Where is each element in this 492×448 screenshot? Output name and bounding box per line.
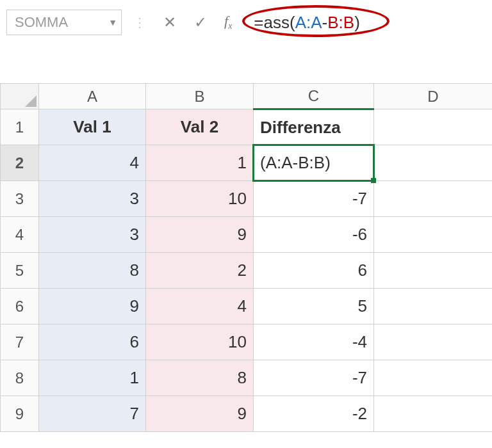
cell[interactable] [374, 181, 493, 217]
cell[interactable]: 3 [39, 181, 146, 217]
fx-icon[interactable]: fx [219, 13, 237, 31]
name-box-value: SOMMA [15, 14, 68, 31]
cell[interactable] [374, 289, 493, 324]
row-header[interactable]: 4 [1, 217, 39, 253]
col-header-D[interactable]: D [374, 84, 493, 109]
cell[interactable]: 8 [146, 360, 254, 396]
cell[interactable] [374, 324, 493, 360]
cell[interactable] [374, 360, 493, 396]
separator: ⋮ [133, 15, 146, 30]
cell[interactable]: 3 [39, 217, 146, 253]
cell[interactable]: -4 [254, 324, 374, 360]
cell[interactable]: 1 [39, 360, 146, 396]
row-header[interactable]: 7 [1, 324, 39, 360]
cell[interactable] [374, 109, 493, 145]
cell[interactable]: 9 [146, 396, 254, 432]
cell[interactable]: 9 [146, 217, 254, 253]
formula-text: =ass(A:A-B:B) [249, 10, 365, 35]
cell-value: (A:A-B:B) [260, 153, 331, 172]
row-header[interactable]: 6 [1, 289, 39, 324]
cell[interactable]: 6 [254, 253, 374, 289]
cell[interactable]: 4 [39, 145, 146, 181]
cell[interactable]: 10 [146, 324, 254, 360]
chevron-down-icon[interactable]: ▼ [108, 17, 117, 28]
row-header[interactable]: 2 [1, 145, 39, 181]
cell[interactable]: Differenza [254, 109, 374, 145]
cancel-formula-button[interactable]: ✕ [158, 10, 182, 35]
formula-input[interactable]: =ass(A:A-B:B) [249, 10, 365, 35]
fill-handle[interactable] [371, 178, 376, 183]
row-header[interactable]: 5 [1, 253, 39, 289]
active-cell[interactable]: (A:A-B:B) [254, 145, 374, 181]
cell[interactable] [374, 396, 493, 432]
col-header-A[interactable]: A [39, 84, 146, 109]
cell[interactable]: 4 [146, 289, 254, 324]
row-header[interactable]: 8 [1, 360, 39, 396]
cell[interactable]: 10 [146, 181, 254, 217]
select-all-corner[interactable] [1, 84, 39, 109]
row-header[interactable]: 9 [1, 396, 39, 432]
cell[interactable]: -2 [254, 396, 374, 432]
cell[interactable] [374, 217, 493, 253]
cell[interactable] [374, 253, 493, 289]
cell[interactable]: -6 [254, 217, 374, 253]
accept-formula-button[interactable]: ✓ [188, 10, 213, 35]
cell[interactable]: -7 [254, 181, 374, 217]
cell[interactable]: Val 1 [39, 109, 146, 145]
cell[interactable]: 5 [254, 289, 374, 324]
cell[interactable]: -7 [254, 360, 374, 396]
spreadsheet-grid[interactable]: A B C D 1 Val 1 Val 2 Differenza 2 4 1 (… [0, 83, 492, 432]
cell[interactable]: Val 2 [146, 109, 254, 145]
cell[interactable]: 1 [146, 145, 254, 181]
name-box[interactable]: SOMMA ▼ [6, 10, 122, 35]
cell[interactable]: 9 [39, 289, 146, 324]
formula-bar: SOMMA ▼ ⋮ ✕ ✓ fx =ass(A:A-B:B) [0, 0, 492, 45]
row-header[interactable]: 1 [1, 109, 39, 145]
cell[interactable]: 2 [146, 253, 254, 289]
cell[interactable]: 8 [39, 253, 146, 289]
row-header[interactable]: 3 [1, 181, 39, 217]
cell[interactable] [374, 145, 493, 181]
col-header-C[interactable]: C [254, 84, 374, 109]
cell[interactable]: 6 [39, 324, 146, 360]
col-header-B[interactable]: B [146, 84, 254, 109]
cell[interactable]: 7 [39, 396, 146, 432]
